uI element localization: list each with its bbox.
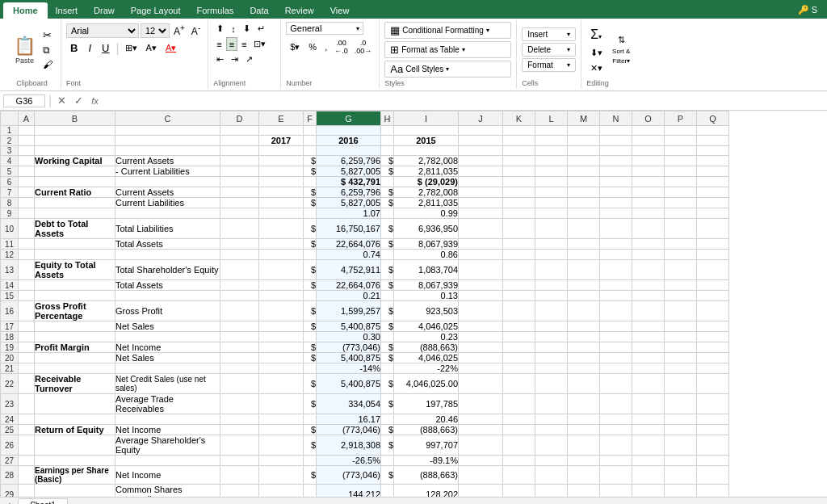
font-name-selector[interactable]: Arial xyxy=(66,23,139,38)
decrease-decimal-button[interactable]: .0.00→ xyxy=(352,37,375,57)
font-color-button[interactable]: A▾ xyxy=(162,41,179,55)
col-header-b[interactable]: B xyxy=(35,111,115,126)
align-top-button[interactable]: ⬆ xyxy=(213,22,227,36)
sort-filter-button[interactable]: ⇅Sort &Filter▾ xyxy=(609,32,633,67)
insert-function-icon[interactable]: fx xyxy=(89,96,101,106)
cell-reference-box[interactable] xyxy=(3,94,45,107)
sheet-container: A B C D E F G H I J K L M N O P Q 1 xyxy=(0,111,827,497)
tab-review[interactable]: Review xyxy=(277,2,322,19)
tab-page-layout[interactable]: Page Layout xyxy=(123,2,189,19)
wrap-text-button[interactable]: ↵ xyxy=(254,22,268,36)
format-painter-button[interactable]: 🖌 xyxy=(41,58,54,71)
table-row: 20 Net Sales $ 5,400,875 $ 4,046,025 xyxy=(1,353,729,363)
cancel-icon[interactable]: ✕ xyxy=(55,94,69,107)
decrease-indent-button[interactable]: ⇤ xyxy=(213,52,227,66)
clipboard-label: Clipboard xyxy=(16,79,48,87)
number-group: General▾ $▾ % , .00←.0 .0.00→ Number xyxy=(281,20,380,89)
copy-button[interactable]: ⧉ xyxy=(41,44,54,57)
col-header-p[interactable]: P xyxy=(665,111,697,126)
decrease-font-button[interactable]: A- xyxy=(189,22,203,39)
format-as-table-button[interactable]: ⊞ Format as Table ▾ xyxy=(384,41,511,58)
increase-indent-button[interactable]: ⇥ xyxy=(228,52,241,66)
table-row: 2 2017 2016 2015 xyxy=(1,136,729,146)
format-cells-button[interactable]: Format▾ xyxy=(522,58,576,72)
add-sheet-button[interactable]: + xyxy=(3,499,16,505)
underline-button[interactable]: U xyxy=(98,40,113,56)
font-size-selector[interactable]: 12 xyxy=(141,23,170,38)
ribbon-tabs-bar: Home Insert Draw Page Layout Formulas Da… xyxy=(0,0,827,19)
formula-input[interactable] xyxy=(104,96,824,106)
tab-view[interactable]: View xyxy=(322,2,358,19)
sheet-tab-sheet1[interactable]: Sheet1 xyxy=(18,498,68,504)
table-row: 7 Current Ratio Current Assets $ 6,259,7… xyxy=(1,187,729,198)
autosum-button[interactable]: Σ▾ xyxy=(586,25,606,44)
merge-button[interactable]: ⊡▾ xyxy=(250,37,269,51)
col-header-i[interactable]: I xyxy=(394,111,459,126)
delete-cells-button[interactable]: Delete▾ xyxy=(522,43,576,57)
table-row: 14 Total Assets $ 22,664,076 $ 8,067,939 xyxy=(1,280,729,291)
col-header-c[interactable]: C xyxy=(115,111,220,126)
align-bottom-button[interactable]: ⬇ xyxy=(240,22,254,36)
col-header-h[interactable]: H xyxy=(381,111,394,126)
account-icon[interactable]: 🔑 S xyxy=(791,2,824,19)
col-header-d[interactable]: D xyxy=(220,111,259,126)
align-center-button[interactable]: ≡ xyxy=(226,37,237,51)
table-row: 17 Net Sales $ 5,400,875 $ 4,046,025 xyxy=(1,321,729,332)
tab-insert[interactable]: Insert xyxy=(48,2,86,19)
table-row: 15 0.21 0.13 xyxy=(1,291,729,301)
col-header-o[interactable]: O xyxy=(632,111,665,126)
table-row: 18 0.30 0.23 xyxy=(1,332,729,342)
cut-button[interactable]: ✂ xyxy=(41,28,54,42)
table-row: 8 Current Liabilities $ 5,827,005 $ 2,81… xyxy=(1,198,729,208)
col-header-l[interactable]: L xyxy=(535,111,568,126)
fill-button[interactable]: ⬇▾ xyxy=(587,46,606,60)
border-button[interactable]: ⊞▾ xyxy=(122,41,141,55)
editing-label: Editing xyxy=(586,79,641,87)
formula-bar-divider: | xyxy=(48,94,52,108)
tab-data[interactable]: Data xyxy=(241,2,276,19)
comma-button[interactable]: , xyxy=(321,40,330,53)
cell-styles-button[interactable]: Aa Cell Styles ▾ xyxy=(384,61,511,78)
bold-button[interactable]: B xyxy=(66,40,82,56)
italic-button[interactable]: I xyxy=(84,40,95,56)
tab-home[interactable]: Home xyxy=(3,2,48,19)
col-header-f[interactable]: F xyxy=(304,111,317,126)
table-row: 5 - Current Liabilities $ 5,827,005 $ 2,… xyxy=(1,166,729,177)
formula-bar: | ✕ ✓ fx xyxy=(0,91,827,111)
tab-formulas[interactable]: Formulas xyxy=(189,2,242,19)
col-header-e[interactable]: E xyxy=(259,111,304,126)
cells-label: Cells xyxy=(522,79,576,87)
increase-font-button[interactable]: A+ xyxy=(171,22,187,39)
align-right-button[interactable]: ≡ xyxy=(238,37,250,51)
table-row: 4 Working Capital Current Assets $ 6,259… xyxy=(1,156,729,166)
col-header-a[interactable]: A xyxy=(19,111,35,126)
table-row: 9 1.07 0.99 xyxy=(1,208,729,219)
table-row: 3 xyxy=(1,146,729,156)
confirm-icon[interactable]: ✓ xyxy=(72,94,86,107)
percent-button[interactable]: % xyxy=(305,40,320,53)
table-row: 16 Gross Profit Percentage Gross Profit … xyxy=(1,301,729,321)
table-row: 21 -14% -22% xyxy=(1,363,729,374)
col-header-m[interactable]: M xyxy=(568,111,600,126)
col-header-g[interactable]: G xyxy=(317,111,381,126)
fill-color-button[interactable]: A▾ xyxy=(143,41,160,55)
table-row: 11 Total Assets $ 22,664,076 $ 8,067,939 xyxy=(1,239,729,250)
align-middle-button[interactable]: ↕ xyxy=(228,22,239,36)
paste-button[interactable]: 📋 Paste xyxy=(10,33,40,67)
conditional-formatting-button[interactable]: ▦ Conditional Formatting ▾ xyxy=(384,22,511,39)
insert-cells-button[interactable]: Insert▾ xyxy=(522,27,576,41)
alignment-label: Alignment xyxy=(213,79,275,87)
col-header-n[interactable]: N xyxy=(600,111,632,126)
align-left-button[interactable]: ≡ xyxy=(213,37,225,51)
orientation-button[interactable]: ↗ xyxy=(242,52,256,66)
col-header-j[interactable]: J xyxy=(459,111,503,126)
accounting-format-button[interactable]: $▾ xyxy=(286,40,304,54)
table-row: 12 0.74 0.86 xyxy=(1,250,729,260)
increase-decimal-button[interactable]: .00←.0 xyxy=(332,37,351,57)
number-format-selector[interactable]: General▾ xyxy=(286,22,363,35)
col-header-k[interactable]: K xyxy=(503,111,535,126)
tab-draw[interactable]: Draw xyxy=(86,2,123,19)
editing-group: Σ▾ ⬇▾ ✕▾ ⇅Sort &Filter▾ Editing xyxy=(581,20,646,89)
col-header-q[interactable]: Q xyxy=(697,111,729,126)
clear-button[interactable]: ✕▾ xyxy=(587,61,606,75)
